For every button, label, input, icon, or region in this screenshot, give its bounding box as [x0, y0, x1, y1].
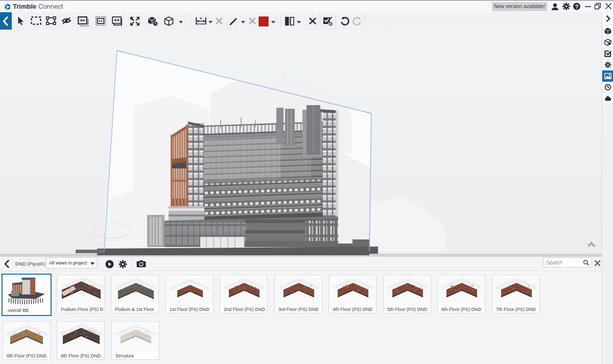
svg-text:x: x	[200, 16, 202, 20]
svg-text:?: ?	[575, 4, 579, 10]
